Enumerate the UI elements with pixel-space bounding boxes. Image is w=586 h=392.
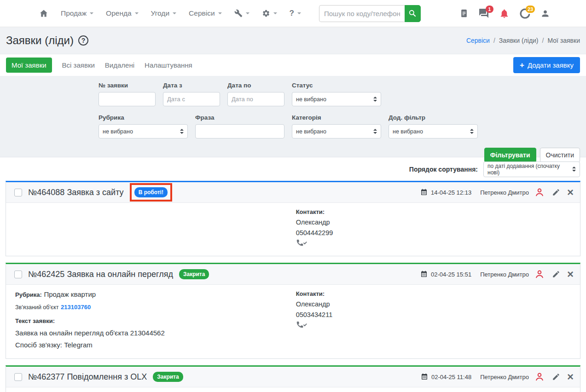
request-checkbox[interactable] (14, 189, 22, 196)
search-button[interactable] (405, 5, 421, 22)
close-icon-button[interactable]: × (567, 187, 574, 198)
filter-submit-button[interactable]: Фільтрувати (484, 148, 536, 162)
user-icon (540, 9, 550, 18)
search-input[interactable] (319, 5, 405, 22)
page-title-text: Заявки (ліди) (6, 34, 74, 47)
rubric-field-value: Продаж квартир (44, 290, 96, 298)
notebook-icon (459, 8, 469, 18)
chevron-down-icon (218, 12, 222, 14)
request-date: 02-04-25 11:48 (431, 374, 471, 380)
date-to-input[interactable] (227, 92, 284, 106)
contacts-label: Контакти: (296, 208, 575, 215)
tab-deleted[interactable]: Видалені (105, 61, 134, 69)
phone-verified-icon (296, 321, 308, 330)
request-card-header: №462425 Заявка на онлайн перегляд Закрит… (6, 264, 580, 285)
add-request-label: Додати заявку (528, 61, 574, 69)
contact-name: Олександр (296, 300, 575, 308)
gear-icon (262, 9, 270, 17)
request-title: №462425 Заявка на онлайн перегляд (28, 270, 173, 279)
nav-menu-sales[interactable]: Продаж (61, 9, 93, 17)
contact-phone: 0503434211 (296, 311, 575, 318)
close-icon-button[interactable]: × (567, 269, 574, 280)
select-arrows-icon (373, 97, 377, 102)
pencil-icon (552, 188, 560, 196)
tab-my-requests[interactable]: Мої заявки (6, 58, 52, 73)
status-badge: В роботі! (134, 187, 168, 197)
add-request-button[interactable]: +Додати заявку (513, 57, 580, 73)
breadcrumb-section: Заявки (ліди) (499, 37, 539, 44)
assignee-icon-button[interactable] (534, 269, 545, 279)
select-arrows-icon (180, 129, 184, 134)
search-box (319, 5, 421, 22)
phone-verified-icon (296, 239, 308, 248)
select-arrows-icon (373, 129, 377, 134)
notifications-bell-button[interactable] (499, 8, 510, 19)
request-user: Петренко Дмитро (480, 374, 529, 380)
bell-icon (499, 8, 510, 19)
date-from-input[interactable] (163, 92, 220, 106)
tabs-row: Мої заявки Всі заявки Видалені Налаштува… (0, 54, 586, 76)
request-checkbox[interactable] (14, 271, 22, 278)
request-date: 14-04-25 12:13 (431, 189, 471, 196)
assignee-icon-button[interactable] (534, 372, 545, 382)
filter-clear-button[interactable]: Очистити (540, 148, 580, 162)
extra-filter-select-value: не вибрано (393, 128, 423, 135)
status-label: Статус (292, 82, 381, 89)
status-select[interactable]: не вибрано (292, 92, 381, 106)
status-badge: Закрита (153, 372, 183, 382)
tasks-count-badge: 23 (526, 6, 535, 13)
settings-menu[interactable] (262, 9, 277, 17)
contact-name: Олександр (296, 219, 575, 226)
rubric-field-label: Рубрика: (15, 291, 42, 298)
rubric-select[interactable]: не вибрано (99, 124, 188, 138)
breadcrumb-services-link[interactable]: Сервіси (466, 37, 490, 44)
tab-all-requests[interactable]: Всі заявки (62, 61, 95, 69)
profile-icon-button[interactable] (540, 9, 550, 18)
date-to-label: Дата по (227, 82, 284, 89)
chevron-down-icon (246, 12, 249, 14)
rubric-label: Рубрика (99, 114, 188, 121)
request-user: Петренко Дмитро (480, 189, 529, 196)
related-object-link[interactable]: 213103760 (61, 304, 91, 311)
sorting-select[interactable]: по даті додавання (спочатку нові) (483, 161, 580, 177)
tools-menu[interactable] (234, 9, 249, 17)
messages-icon-button[interactable]: 1 (478, 8, 489, 19)
top-navbar: Продаж Оренда Угоди Сервіси ? 1 23 (0, 0, 586, 27)
request-checkbox[interactable] (14, 373, 22, 381)
nav-menu-deals[interactable]: Угоди (151, 9, 176, 17)
home-button[interactable] (39, 9, 48, 18)
person-outline-icon (534, 372, 545, 382)
page-help-icon[interactable]: ? (78, 35, 88, 46)
assignee-icon-button[interactable] (534, 187, 545, 197)
close-icon-button[interactable]: × (567, 371, 574, 382)
contacts-label: Контакти: (296, 290, 575, 297)
extra-filter-select[interactable]: не вибрано (389, 124, 478, 138)
tasks-icon-button[interactable]: 23 (519, 8, 531, 19)
edit-icon-button[interactable] (552, 373, 560, 381)
page-title: Заявки (ліди)? (6, 34, 88, 47)
nav-menu-rent[interactable]: Оренда (106, 9, 139, 17)
plus-icon: + (520, 61, 524, 69)
phrase-label: Фраза (195, 114, 284, 121)
contact-phone: 0504442299 (296, 229, 575, 236)
request-card-header: №462377 Повідомлення з OLX Закрита 02-04… (6, 367, 580, 387)
request-title: №462377 Повідомлення з OLX (28, 372, 147, 382)
request-card: №464088 Заявка з сайту В роботі! 14-04-2… (6, 181, 580, 256)
sorting-label: Порядок сортування: (409, 166, 478, 173)
nav-menu-services[interactable]: Сервіси (189, 9, 222, 17)
request-number-label: № заявки (99, 82, 156, 89)
status-select-value: не вибрано (296, 96, 326, 103)
help-menu[interactable]: ? (290, 9, 301, 18)
request-text-label: Текст заявки: (15, 317, 55, 324)
phrase-input[interactable] (195, 124, 284, 138)
select-arrows-icon (470, 129, 474, 134)
pencil-icon (552, 373, 560, 381)
rubric-select-value: не вибрано (103, 128, 133, 135)
edit-icon-button[interactable] (552, 270, 560, 278)
request-number-input[interactable] (99, 92, 156, 106)
tab-settings[interactable]: Налаштування (145, 61, 192, 69)
breadcrumb-separator: / (493, 37, 495, 44)
edit-icon-button[interactable] (552, 188, 560, 196)
notebook-icon-button[interactable] (459, 8, 469, 18)
category-select[interactable]: не вибрано (292, 124, 381, 138)
